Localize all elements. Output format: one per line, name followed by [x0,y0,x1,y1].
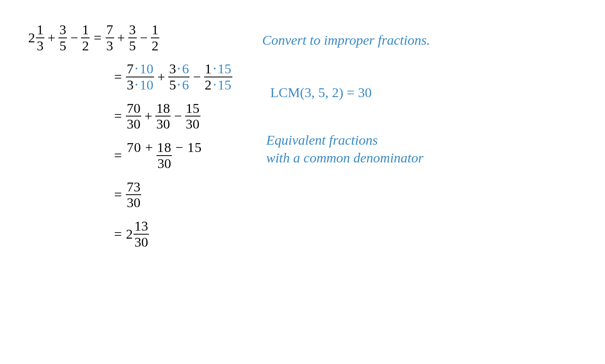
numerator: 18 [155,101,171,116]
fraction: 1 2 [81,23,90,53]
fraction: 1⋅15 2⋅15 [204,62,232,92]
annotation-line: with a common denominator [266,149,424,167]
annotation-line: Equivalent fractions [266,131,424,149]
minus-operator: − [190,69,204,85]
equals-sign: = [110,187,126,202]
dot-operator: ⋅ [134,77,140,92]
minus-operator: − [171,108,185,124]
whole-part: 2 [126,227,133,242]
numerator: 1 [81,23,90,37]
fraction: 70 + 18 − 15 30 [126,140,202,171]
fraction: 13 30 [134,219,149,249]
numerator: 7⋅10 [126,62,154,77]
step-4: = 70 + 18 − 15 30 [110,140,232,171]
equals-sign: = [110,108,126,124]
fraction: 1 3 [36,23,44,53]
denominator: 3⋅10 [126,77,154,92]
denominator: 30 [134,234,149,250]
plus-operator: + [141,108,155,124]
math-work: 2 1 3 + 3 5 − 1 2 = 7 3 + [28,23,232,258]
denominator: 5 [58,37,67,53]
dot-operator: ⋅ [176,61,182,76]
numerator: 1 [36,23,44,37]
numerator: 3⋅6 [168,62,190,77]
fraction: 1 2 [151,23,159,53]
fraction: 7⋅10 3⋅10 [126,62,154,92]
equals-sign: = [110,148,126,163]
denominator: 30 [156,155,172,171]
numerator: 15 [185,101,200,116]
plus-operator: + [44,30,58,46]
numerator: 70 [126,101,141,116]
mixed-fraction: 2 13 30 [126,219,149,249]
step-6: = 2 13 30 [110,219,232,249]
denominator: 3 [36,37,44,53]
denominator: 30 [185,116,200,131]
fraction: 3 5 [128,23,137,53]
fraction: 70 30 [126,101,141,131]
denominator: 30 [126,116,141,131]
numerator: 13 [134,219,149,234]
step-3: = 70 30 + 18 30 − 15 30 [110,101,232,131]
minus-operator: − [137,30,151,46]
numerator: 7 [106,23,114,37]
denominator: 5⋅6 [168,77,190,92]
numerator: 1⋅15 [204,62,232,77]
numerator: 73 [126,180,141,195]
numerator: 3 [58,23,67,37]
minus-operator: − [67,30,81,46]
denominator: 5 [128,37,137,53]
fraction: 15 30 [185,101,200,131]
numerator: 70 + 18 − 15 [126,140,202,155]
plus-operator: + [114,30,128,46]
whole-part: 2 [28,30,35,46]
step-1: 2 1 3 + 3 5 − 1 2 = 7 3 + [28,23,232,53]
dot-operator: ⋅ [212,77,218,92]
step-5: = 73 30 [110,180,232,210]
denominator: 30 [126,194,141,210]
annotation-equiv: Equivalent fractions with a common denom… [266,131,424,167]
equals-sign: = [90,30,105,46]
fraction: 3⋅6 5⋅6 [168,62,190,92]
dot-operator: ⋅ [176,77,182,92]
fraction: 18 30 [155,101,171,131]
annotation-convert: Convert to improper fractions. [262,31,430,49]
equals-sign: = [110,69,126,85]
denominator: 3 [106,37,114,53]
equals-sign: = [110,227,126,242]
step-2: = 7⋅10 3⋅10 + 3⋅6 5⋅6 − 1⋅15 2⋅15 [110,62,232,92]
fraction: 3 5 [58,23,67,53]
numerator: 3 [128,23,137,37]
dot-operator: ⋅ [212,61,218,76]
plus-operator: + [154,69,168,85]
denominator: 2⋅15 [204,77,232,92]
dot-operator: ⋅ [134,61,140,76]
numerator: 1 [151,23,159,37]
denominator: 2 [81,37,90,53]
mixed-fraction: 2 1 3 [28,23,44,53]
fraction: 73 30 [126,180,141,210]
denominator: 30 [155,116,171,131]
annotation-lcm: LCM(3, 5, 2) = 30 [270,84,372,102]
denominator: 2 [151,37,159,53]
fraction: 7 3 [106,23,114,53]
